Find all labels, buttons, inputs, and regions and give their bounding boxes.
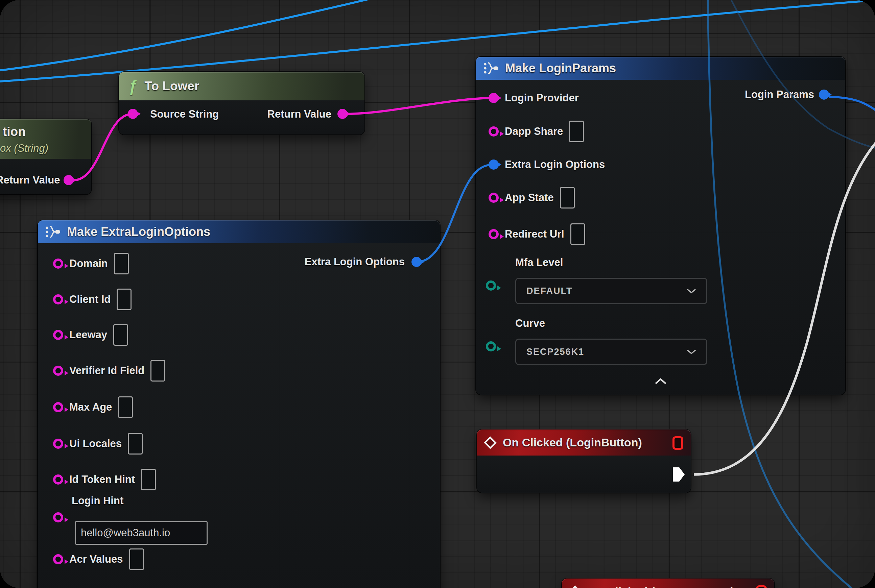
pin-label-verifier-id-field: Verifier Id Field (69, 364, 144, 377)
node-title-fragment: tion (3, 125, 26, 139)
pin-source-string[interactable] (128, 109, 138, 119)
pin-row-client-id: Client Id (53, 288, 132, 311)
pin-row-leeway: Leeway (53, 323, 128, 347)
value-box-leeway[interactable] (113, 324, 128, 346)
pin-login-hint[interactable] (53, 512, 63, 522)
node-header[interactable]: Make ExtraLoginOptions (38, 220, 440, 243)
value-box-domain[interactable] (114, 253, 129, 274)
node-title: Make LoginParams (505, 61, 616, 75)
pin-login-provider[interactable] (489, 93, 499, 103)
pin-domain[interactable] (53, 258, 63, 268)
pin-label-dapp-share: Dapp Share (505, 125, 563, 138)
pin-label-curve: Curve (515, 317, 545, 330)
pin-label-return-value: Return Value (268, 108, 332, 120)
pin-label-login-params-out: Login Params (745, 88, 814, 101)
value-box-app-state[interactable] (560, 187, 575, 208)
pin-ui-locales[interactable] (53, 439, 63, 449)
value-box-ui-locales[interactable] (128, 433, 143, 454)
value-box-max-age[interactable] (118, 396, 133, 418)
value-box-acr-values[interactable] (129, 549, 144, 570)
value-box-dapp-share[interactable] (569, 121, 584, 142)
mfa-level-value: DEFAULT (526, 286, 573, 296)
pin-label-leeway: Leeway (69, 329, 107, 341)
node-subtitle-fragment: ox (String) (0, 142, 48, 154)
pin-label-client-id: Client Id (69, 293, 111, 306)
bind-square-icon[interactable] (756, 585, 767, 588)
event-icon (484, 436, 497, 449)
dropdown-chevron-icon (687, 350, 696, 354)
pin-label-extra-login-options: Extra Login Options (505, 159, 605, 171)
node-header[interactable]: Make LoginParams (476, 57, 845, 80)
curve-value: SECP256K1 (526, 347, 584, 357)
pin-curve[interactable] (486, 341, 496, 351)
pin-row-app-state: App State (489, 186, 575, 210)
wire-pink-tolower-to-loginprovider[interactable] (346, 98, 491, 114)
wire-blue-top-a[interactable] (0, 0, 401, 72)
function-icon: ƒ (128, 77, 137, 95)
node-header[interactable]: ƒ To Lower (119, 72, 364, 100)
value-box-redirect-url[interactable] (570, 224, 585, 245)
pin-label-redirect-url: Redirect Url (505, 228, 564, 240)
node-on-clicked-loginbutton[interactable]: On Clicked (LoginButton) (477, 429, 691, 493)
pin-client-id[interactable] (53, 294, 63, 304)
bind-square-icon[interactable] (672, 436, 683, 450)
pin-label-extra-login-options-out: Extra Login Options (305, 256, 405, 268)
pin-row-verifier-id-field: Verifier Id Field (53, 359, 165, 382)
pin-label-max-age: Max Age (69, 401, 112, 413)
node-to-lower[interactable]: ƒ To Lower Source String Return Value (119, 72, 364, 135)
value-box-verifier-id-field[interactable] (150, 360, 165, 381)
curve-dropdown[interactable]: SECP256K1 (515, 339, 707, 365)
pin-login-params-out[interactable] (819, 90, 829, 100)
pin-label-ui-locales: Ui Locales (69, 438, 122, 450)
pin-row-ui-locales: Ui Locales (53, 432, 143, 456)
node-on-clicked-logoutbutton[interactable]: On Clicked (LogoutButton) (562, 579, 774, 588)
pin-label-acr-values: Acr Values (69, 553, 123, 566)
pin-leeway[interactable] (53, 330, 63, 340)
pin-extra-login-options[interactable] (489, 159, 499, 170)
login-hint-input[interactable]: hello@web3auth.io (75, 521, 207, 545)
pin-return-value[interactable] (337, 109, 347, 119)
exec-output-pin[interactable] (672, 466, 685, 482)
pin-row-max-age: Max Age (53, 395, 133, 419)
pin-app-state[interactable] (489, 193, 499, 203)
pin-row-acr-values: Acr Values (53, 548, 144, 571)
node-make-login-params[interactable]: Make LoginParams Login Params Login Prov… (476, 57, 845, 395)
make-struct-icon (484, 62, 499, 75)
node-header[interactable]: On Clicked (LoginButton) (477, 429, 691, 456)
pin-row-extra-login-options: Extra Login Options (489, 153, 605, 176)
pin-row-login-provider: Login Provider (489, 86, 579, 110)
pin-label-source-string: Source String (150, 108, 219, 120)
pin-mfa-level[interactable] (486, 280, 496, 291)
pin-label-id-token-hint: Id Token Hint (69, 474, 135, 486)
pin-verifier-id-field[interactable] (53, 366, 63, 376)
pin-row-dapp-share: Dapp Share (489, 120, 584, 143)
pin-acr-values[interactable] (53, 554, 63, 564)
pin-label-login-provider: Login Provider (505, 92, 579, 104)
pin-redirect-url[interactable] (489, 229, 499, 239)
pin-label-app-state: App State (505, 192, 554, 204)
pin-max-age[interactable] (53, 402, 63, 412)
blueprint-canvas[interactable]: tion ox (String) Return Value ƒ To Lower… (0, 0, 875, 588)
pin-label-login-hint: Login Hint (72, 495, 123, 507)
node-partial-function[interactable]: tion ox (String) Return Value (0, 119, 91, 194)
node-title: To Lower (145, 79, 200, 93)
pin-label-return-value: Return Value (0, 174, 60, 186)
pin-extra-login-options-out[interactable] (412, 257, 422, 267)
login-hint-value: hello@web3auth.io (81, 527, 170, 539)
event-icon (569, 585, 582, 588)
value-box-client-id[interactable] (117, 289, 132, 310)
value-box-id-token-hint[interactable] (141, 469, 156, 490)
node-header[interactable]: On Clicked (LogoutButton) (562, 579, 774, 588)
pin-row-redirect-url: Redirect Url (489, 222, 585, 246)
node-title: On Clicked (LoginButton) (503, 436, 642, 449)
mfa-level-dropdown[interactable]: DEFAULT (515, 278, 707, 304)
pin-return-value[interactable] (63, 175, 74, 185)
pin-id-token-hint[interactable] (53, 474, 63, 484)
collapse-chevron-icon[interactable] (654, 378, 667, 386)
pin-row-domain: Domain (53, 252, 129, 275)
dropdown-chevron-icon (687, 289, 696, 294)
node-title: On Clicked (LogoutButton) (588, 585, 734, 588)
pin-row-id-token-hint: Id Token Hint (53, 468, 156, 491)
pin-dapp-share[interactable] (489, 126, 499, 136)
node-make-extra-login-options[interactable]: Make ExtraLoginOptions Extra Login Optio… (38, 220, 440, 588)
